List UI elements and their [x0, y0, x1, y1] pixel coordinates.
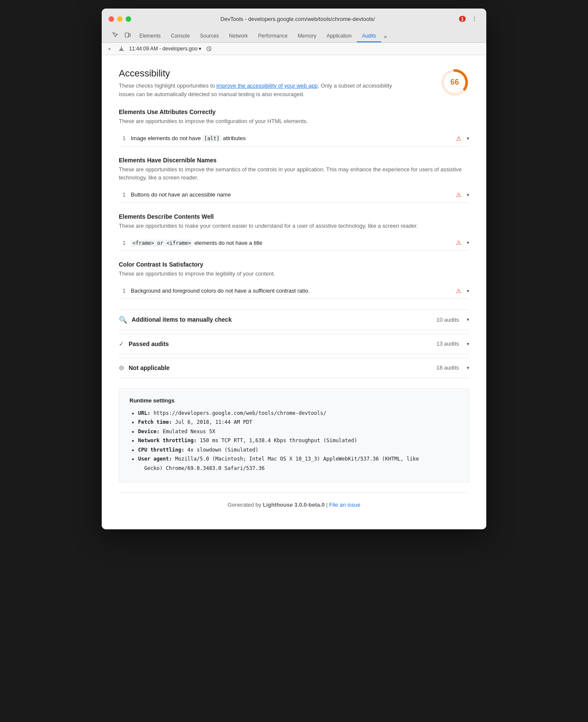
audit-text: <frame> or <iframe> elements do not have… — [131, 240, 451, 246]
expand-chevron-icon[interactable]: ▾ — [467, 135, 469, 141]
footer-separator: | — [325, 502, 329, 508]
accessibility-title: Accessibility — [119, 68, 392, 79]
lighthouse-version: Lighthouse 3.0.0-beta.0 — [263, 502, 324, 508]
tab-elements[interactable]: Elements — [134, 30, 166, 42]
devtools-tabs: Elements Console Sources Network Perform… — [109, 29, 389, 42]
runtime-setting-cpu: CPU throttling: 4x slowdown (Simulated) — [138, 446, 459, 455]
tab-performance[interactable]: Performance — [253, 30, 293, 42]
file-issue-link[interactable]: File an issue — [329, 502, 360, 508]
download-button[interactable] — [117, 44, 126, 53]
audit-warning: ⚠ — [456, 191, 462, 198]
desc-before: These checks highlight opportunities to — [119, 82, 216, 89]
tab-application[interactable]: Application — [321, 30, 357, 42]
inspect-icon[interactable] — [109, 29, 121, 42]
toolbar-icons: 1 ⋮ — [457, 14, 479, 24]
audit-number: 1 — [119, 288, 126, 294]
not-applicable-header[interactable]: ⊖ Not applicable 18 audits ▾ — [119, 358, 469, 378]
audit-number: 1 — [119, 135, 126, 141]
title-bar: DevTools - developers.google.com/web/too… — [102, 9, 486, 43]
timestamp-selector[interactable]: 11:44:09 AM - developers.goo ▾ — [129, 46, 201, 52]
subsection-3-title: Color Contrast Is Satisfactory — [119, 261, 469, 268]
error-indicator[interactable]: 1 — [457, 14, 467, 24]
subsection-0-title: Elements Use Attributes Correctly — [119, 109, 469, 115]
secondary-toolbar: + 11:44:09 AM - developers.goo ▾ — [102, 43, 486, 55]
subsection-1-title: Elements Have Discernible Names — [119, 157, 469, 164]
score-text: 66 — [450, 78, 459, 86]
window-title: DevTools - developers.google.com/web/too… — [138, 16, 457, 22]
warning-triangle-icon: ⚠ — [456, 135, 462, 142]
score-svg: 66 — [440, 68, 469, 97]
audit-number: 1 — [119, 191, 126, 198]
traffic-lights — [109, 16, 131, 22]
warning-triangle-icon: ⚠ — [456, 191, 462, 198]
audit-warning: ⚠ — [456, 288, 462, 294]
history-button[interactable] — [205, 44, 213, 53]
not-applicable-title: Not applicable — [129, 364, 432, 371]
passed-audits-header[interactable]: ✓ Passed audits 13 audits ▾ — [119, 334, 469, 354]
tab-memory[interactable]: Memory — [293, 30, 321, 42]
audit-item: 1 Buttons do not have an accessible name… — [119, 187, 469, 203]
accessibility-score-circle: 66 — [440, 68, 469, 97]
expand-chevron-icon[interactable]: ▾ — [467, 240, 469, 246]
not-applicable-count: 18 audits — [436, 364, 459, 371]
additional-items-section: 🔍 Additional items to manually check 10 … — [119, 309, 469, 330]
additional-items-count: 10 audits — [436, 317, 459, 323]
subsection-3: Color Contrast Is Satisfactory These are… — [119, 261, 469, 299]
audit-item: 1 Image elements do not have [alt] attri… — [119, 131, 469, 147]
audit-text: Image elements do not have [alt] attribu… — [131, 135, 451, 141]
passed-audits-title: Passed audits — [129, 340, 432, 347]
collapse-chevron-icon[interactable]: ▾ — [467, 341, 469, 347]
subsection-1-desc: These are opportunities to improve the s… — [119, 165, 469, 182]
tab-console[interactable]: Console — [166, 30, 195, 42]
collapse-chevron-icon[interactable]: ▾ — [467, 317, 469, 323]
audit-item: 1 <frame> or <iframe> elements do not ha… — [119, 235, 469, 251]
audit-number: 1 — [119, 240, 126, 246]
device-toggle-icon[interactable] — [121, 29, 134, 42]
close-button[interactable] — [109, 16, 114, 22]
expand-chevron-icon[interactable]: ▾ — [467, 192, 469, 198]
passed-audits-section: ✓ Passed audits 13 audits ▾ — [119, 334, 469, 354]
runtime-settings-list: URL: https://developers.google.com/web/t… — [129, 409, 459, 473]
passed-audits-count: 13 audits — [436, 340, 459, 347]
additional-items-title: Additional items to manually check — [132, 316, 432, 323]
collapse-chevron-icon[interactable]: ▾ — [467, 365, 469, 371]
subsection-2: Elements Describe Contents Well These ar… — [119, 213, 469, 251]
footer-text-before: Generated by — [228, 502, 263, 508]
error-badge: 1 — [459, 16, 466, 22]
audit-warning: ⚠ — [456, 135, 462, 142]
runtime-setting-url: URL: https://developers.google.com/web/t… — [138, 409, 459, 418]
subsection-0: Elements Use Attributes Correctly These … — [119, 109, 469, 147]
svg-rect-1 — [129, 34, 130, 36]
tab-audits[interactable]: Audits — [357, 30, 381, 42]
audit-text: Buttons do not have an accessible name — [131, 191, 451, 198]
maximize-button[interactable] — [126, 16, 131, 22]
accessibility-header: Accessibility These checks highlight opp… — [119, 68, 469, 98]
runtime-setting-fetch-time: Fetch time: Jul 6, 2018, 11:44 AM PDT — [138, 418, 459, 427]
warning-triangle-icon: ⚠ — [456, 288, 462, 294]
accessibility-link[interactable]: improve the accessibility of your web ap… — [216, 82, 318, 89]
accessibility-description: These checks highlight opportunities to … — [119, 82, 392, 98]
footer: Generated by Lighthouse 3.0.0-beta.0 | F… — [119, 493, 469, 517]
devtools-tabs-row: Elements Console Sources Network Perform… — [109, 27, 479, 42]
subsection-0-desc: These are opportunities to improve the c… — [119, 117, 469, 126]
subsection-2-title: Elements Describe Contents Well — [119, 213, 469, 220]
runtime-settings: Runtime settings URL: https://developers… — [119, 388, 469, 482]
runtime-setting-user-agent: User agent: Mozilla/5.0 (Macintosh; Inte… — [138, 455, 459, 473]
audit-text: Background and foreground colors do not … — [131, 288, 451, 294]
svg-rect-0 — [125, 33, 129, 37]
expand-chevron-icon[interactable]: ▾ — [467, 288, 469, 294]
minimize-button[interactable] — [117, 16, 123, 22]
content-area: Accessibility These checks highlight opp… — [102, 55, 486, 529]
tab-network[interactable]: Network — [224, 30, 253, 42]
more-options-button[interactable]: ⋮ — [469, 14, 479, 24]
not-applicable-section: ⊖ Not applicable 18 audits ▾ — [119, 358, 469, 378]
search-icon: 🔍 — [119, 316, 127, 324]
tab-overflow-button[interactable]: » — [381, 31, 389, 42]
add-recording-button[interactable]: + — [105, 44, 114, 53]
tab-sources[interactable]: Sources — [195, 30, 224, 42]
audit-warning: ⚠ — [456, 239, 462, 246]
runtime-setting-network: Network throttling: 150 ms TCP RTT, 1,63… — [138, 436, 459, 446]
additional-items-header[interactable]: 🔍 Additional items to manually check 10 … — [119, 310, 469, 330]
minus-circle-icon: ⊖ — [119, 364, 124, 372]
runtime-settings-title: Runtime settings — [129, 397, 459, 404]
